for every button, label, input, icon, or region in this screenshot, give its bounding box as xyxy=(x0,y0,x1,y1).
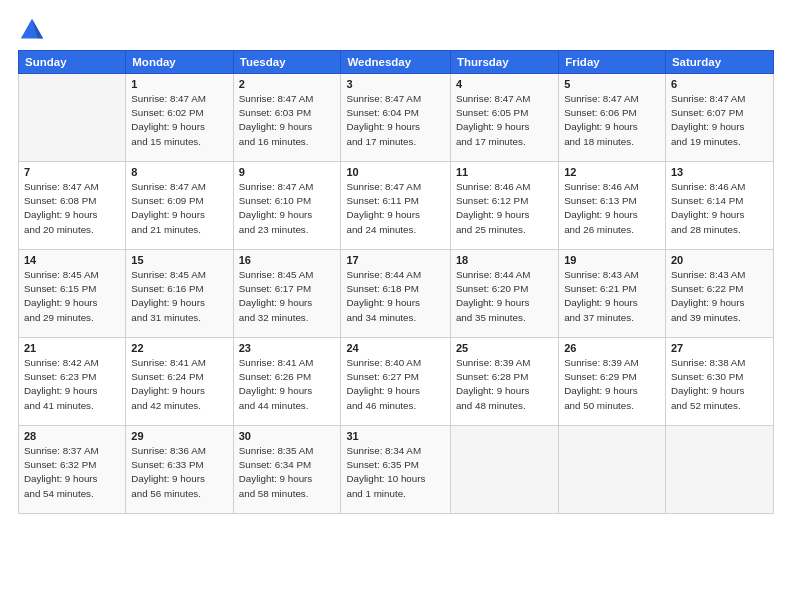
calendar-cell xyxy=(559,426,666,514)
day-detail: Sunrise: 8:34 AMSunset: 6:35 PMDaylight:… xyxy=(346,444,444,501)
day-number: 2 xyxy=(239,78,336,90)
day-detail: Sunrise: 8:47 AMSunset: 6:02 PMDaylight:… xyxy=(131,92,227,149)
calendar-table: SundayMondayTuesdayWednesdayThursdayFrid… xyxy=(18,50,774,514)
calendar-week-1: 1Sunrise: 8:47 AMSunset: 6:02 PMDaylight… xyxy=(19,74,774,162)
day-number: 7 xyxy=(24,166,120,178)
calendar-cell: 23Sunrise: 8:41 AMSunset: 6:26 PMDayligh… xyxy=(233,338,341,426)
day-number: 28 xyxy=(24,430,120,442)
calendar-cell: 26Sunrise: 8:39 AMSunset: 6:29 PMDayligh… xyxy=(559,338,666,426)
day-number: 25 xyxy=(456,342,553,354)
day-number: 22 xyxy=(131,342,227,354)
day-number: 13 xyxy=(671,166,768,178)
day-number: 30 xyxy=(239,430,336,442)
day-detail: Sunrise: 8:45 AMSunset: 6:17 PMDaylight:… xyxy=(239,268,336,325)
weekday-header-row: SundayMondayTuesdayWednesdayThursdayFrid… xyxy=(19,51,774,74)
calendar-cell: 28Sunrise: 8:37 AMSunset: 6:32 PMDayligh… xyxy=(19,426,126,514)
calendar-cell: 22Sunrise: 8:41 AMSunset: 6:24 PMDayligh… xyxy=(126,338,233,426)
day-number: 14 xyxy=(24,254,120,266)
calendar-cell: 27Sunrise: 8:38 AMSunset: 6:30 PMDayligh… xyxy=(665,338,773,426)
calendar-body: 1Sunrise: 8:47 AMSunset: 6:02 PMDaylight… xyxy=(19,74,774,514)
day-detail: Sunrise: 8:37 AMSunset: 6:32 PMDaylight:… xyxy=(24,444,120,501)
day-detail: Sunrise: 8:43 AMSunset: 6:21 PMDaylight:… xyxy=(564,268,660,325)
calendar-cell: 25Sunrise: 8:39 AMSunset: 6:28 PMDayligh… xyxy=(450,338,558,426)
day-number: 6 xyxy=(671,78,768,90)
day-number: 27 xyxy=(671,342,768,354)
day-detail: Sunrise: 8:46 AMSunset: 6:13 PMDaylight:… xyxy=(564,180,660,237)
day-detail: Sunrise: 8:42 AMSunset: 6:23 PMDaylight:… xyxy=(24,356,120,413)
calendar-cell: 3Sunrise: 8:47 AMSunset: 6:04 PMDaylight… xyxy=(341,74,450,162)
calendar-cell: 2Sunrise: 8:47 AMSunset: 6:03 PMDaylight… xyxy=(233,74,341,162)
day-detail: Sunrise: 8:43 AMSunset: 6:22 PMDaylight:… xyxy=(671,268,768,325)
calendar-cell: 6Sunrise: 8:47 AMSunset: 6:07 PMDaylight… xyxy=(665,74,773,162)
logo xyxy=(18,16,50,44)
calendar-cell: 14Sunrise: 8:45 AMSunset: 6:15 PMDayligh… xyxy=(19,250,126,338)
day-detail: Sunrise: 8:47 AMSunset: 6:11 PMDaylight:… xyxy=(346,180,444,237)
page: SundayMondayTuesdayWednesdayThursdayFrid… xyxy=(0,0,792,612)
day-number: 3 xyxy=(346,78,444,90)
calendar-cell: 5Sunrise: 8:47 AMSunset: 6:06 PMDaylight… xyxy=(559,74,666,162)
calendar-cell: 31Sunrise: 8:34 AMSunset: 6:35 PMDayligh… xyxy=(341,426,450,514)
calendar-cell xyxy=(665,426,773,514)
calendar-cell: 13Sunrise: 8:46 AMSunset: 6:14 PMDayligh… xyxy=(665,162,773,250)
day-number: 24 xyxy=(346,342,444,354)
calendar-cell: 7Sunrise: 8:47 AMSunset: 6:08 PMDaylight… xyxy=(19,162,126,250)
day-number: 11 xyxy=(456,166,553,178)
day-number: 18 xyxy=(456,254,553,266)
weekday-header-tuesday: Tuesday xyxy=(233,51,341,74)
day-number: 15 xyxy=(131,254,227,266)
day-detail: Sunrise: 8:47 AMSunset: 6:06 PMDaylight:… xyxy=(564,92,660,149)
day-detail: Sunrise: 8:46 AMSunset: 6:12 PMDaylight:… xyxy=(456,180,553,237)
day-number: 19 xyxy=(564,254,660,266)
calendar-cell: 11Sunrise: 8:46 AMSunset: 6:12 PMDayligh… xyxy=(450,162,558,250)
day-detail: Sunrise: 8:45 AMSunset: 6:16 PMDaylight:… xyxy=(131,268,227,325)
calendar-header: SundayMondayTuesdayWednesdayThursdayFrid… xyxy=(19,51,774,74)
day-detail: Sunrise: 8:47 AMSunset: 6:09 PMDaylight:… xyxy=(131,180,227,237)
calendar-cell: 21Sunrise: 8:42 AMSunset: 6:23 PMDayligh… xyxy=(19,338,126,426)
day-detail: Sunrise: 8:47 AMSunset: 6:08 PMDaylight:… xyxy=(24,180,120,237)
calendar-cell: 29Sunrise: 8:36 AMSunset: 6:33 PMDayligh… xyxy=(126,426,233,514)
day-number: 8 xyxy=(131,166,227,178)
calendar-week-3: 14Sunrise: 8:45 AMSunset: 6:15 PMDayligh… xyxy=(19,250,774,338)
calendar-cell: 8Sunrise: 8:47 AMSunset: 6:09 PMDaylight… xyxy=(126,162,233,250)
weekday-header-monday: Monday xyxy=(126,51,233,74)
day-number: 1 xyxy=(131,78,227,90)
weekday-header-sunday: Sunday xyxy=(19,51,126,74)
day-detail: Sunrise: 8:44 AMSunset: 6:20 PMDaylight:… xyxy=(456,268,553,325)
calendar-cell: 19Sunrise: 8:43 AMSunset: 6:21 PMDayligh… xyxy=(559,250,666,338)
weekday-header-wednesday: Wednesday xyxy=(341,51,450,74)
calendar-cell: 9Sunrise: 8:47 AMSunset: 6:10 PMDaylight… xyxy=(233,162,341,250)
day-number: 17 xyxy=(346,254,444,266)
calendar-week-4: 21Sunrise: 8:42 AMSunset: 6:23 PMDayligh… xyxy=(19,338,774,426)
calendar-week-2: 7Sunrise: 8:47 AMSunset: 6:08 PMDaylight… xyxy=(19,162,774,250)
day-detail: Sunrise: 8:45 AMSunset: 6:15 PMDaylight:… xyxy=(24,268,120,325)
calendar-cell: 17Sunrise: 8:44 AMSunset: 6:18 PMDayligh… xyxy=(341,250,450,338)
day-detail: Sunrise: 8:38 AMSunset: 6:30 PMDaylight:… xyxy=(671,356,768,413)
day-number: 21 xyxy=(24,342,120,354)
day-detail: Sunrise: 8:47 AMSunset: 6:07 PMDaylight:… xyxy=(671,92,768,149)
logo-icon xyxy=(18,16,46,44)
day-number: 5 xyxy=(564,78,660,90)
calendar-cell: 20Sunrise: 8:43 AMSunset: 6:22 PMDayligh… xyxy=(665,250,773,338)
day-detail: Sunrise: 8:47 AMSunset: 6:03 PMDaylight:… xyxy=(239,92,336,149)
day-detail: Sunrise: 8:47 AMSunset: 6:10 PMDaylight:… xyxy=(239,180,336,237)
day-detail: Sunrise: 8:39 AMSunset: 6:29 PMDaylight:… xyxy=(564,356,660,413)
calendar-cell: 10Sunrise: 8:47 AMSunset: 6:11 PMDayligh… xyxy=(341,162,450,250)
day-number: 12 xyxy=(564,166,660,178)
day-number: 9 xyxy=(239,166,336,178)
weekday-header-friday: Friday xyxy=(559,51,666,74)
calendar-cell: 18Sunrise: 8:44 AMSunset: 6:20 PMDayligh… xyxy=(450,250,558,338)
calendar-cell: 12Sunrise: 8:46 AMSunset: 6:13 PMDayligh… xyxy=(559,162,666,250)
day-detail: Sunrise: 8:46 AMSunset: 6:14 PMDaylight:… xyxy=(671,180,768,237)
header xyxy=(18,16,774,44)
calendar-cell xyxy=(19,74,126,162)
day-detail: Sunrise: 8:44 AMSunset: 6:18 PMDaylight:… xyxy=(346,268,444,325)
day-detail: Sunrise: 8:47 AMSunset: 6:04 PMDaylight:… xyxy=(346,92,444,149)
day-number: 10 xyxy=(346,166,444,178)
day-number: 29 xyxy=(131,430,227,442)
day-number: 16 xyxy=(239,254,336,266)
weekday-header-saturday: Saturday xyxy=(665,51,773,74)
calendar-cell xyxy=(450,426,558,514)
day-detail: Sunrise: 8:40 AMSunset: 6:27 PMDaylight:… xyxy=(346,356,444,413)
day-detail: Sunrise: 8:41 AMSunset: 6:26 PMDaylight:… xyxy=(239,356,336,413)
day-number: 31 xyxy=(346,430,444,442)
